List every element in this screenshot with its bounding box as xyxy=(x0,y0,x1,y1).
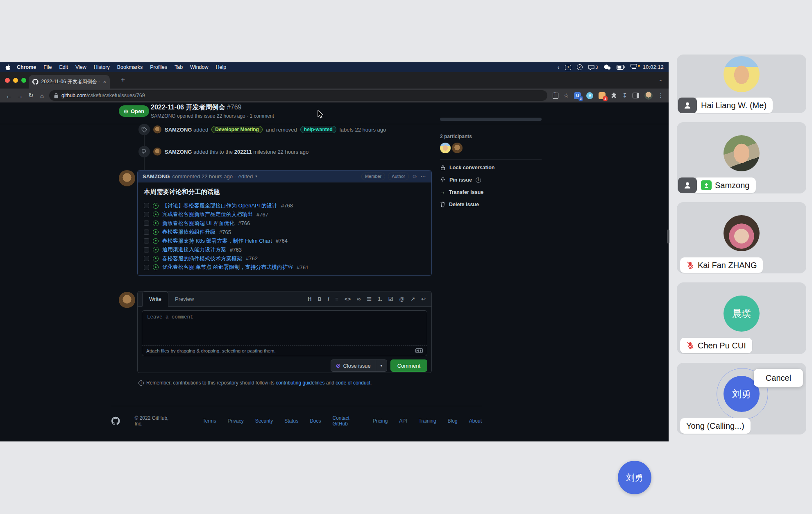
back-button[interactable]: ← xyxy=(3,92,14,99)
reload-button[interactable]: ↻ xyxy=(25,92,36,99)
close-issue-button[interactable]: ⊘Close issue ▾ xyxy=(331,359,387,372)
menu-view[interactable]: View xyxy=(72,64,90,70)
issue-link[interactable]: 优化春松客服 单节点 的部署限制，支持分布式横向扩容 xyxy=(162,264,293,271)
menu-help[interactable]: Help xyxy=(212,64,230,70)
bookmark-star-icon[interactable]: ☆ xyxy=(564,92,569,99)
menu-clock[interactable]: 10:02:12 xyxy=(643,64,664,70)
extension-v-icon[interactable]: V xyxy=(586,92,593,99)
browser-menu-icon[interactable]: ⋮ xyxy=(658,92,664,99)
minimize-window-button[interactable] xyxy=(13,78,18,83)
footer-link-privacy[interactable]: Privacy xyxy=(227,418,243,424)
avatar[interactable] xyxy=(153,148,161,156)
close-tab-icon[interactable]: × xyxy=(103,79,106,85)
apple-icon[interactable] xyxy=(5,64,11,71)
chevron-left-icon[interactable]: ‹ xyxy=(558,64,560,71)
comment-button[interactable]: Comment xyxy=(390,359,427,372)
calendar-icon[interactable]: 1 xyxy=(565,65,571,70)
tab-preview[interactable]: Preview xyxy=(168,296,200,302)
task-checkbox[interactable] xyxy=(144,265,149,270)
footer-link-blog[interactable]: Blog xyxy=(448,418,458,424)
menu-profiles[interactable]: Profiles xyxy=(146,64,171,70)
extension-shield-icon[interactable]: U3 xyxy=(574,92,581,99)
saved-replies-icon[interactable]: ↩ xyxy=(421,296,426,302)
chat-status-icon[interactable]: 3 xyxy=(588,65,598,70)
battery-icon[interactable] xyxy=(617,65,625,70)
menu-history[interactable]: History xyxy=(90,64,113,70)
window-chevron-icon[interactable]: ⌄ xyxy=(658,76,663,82)
task-checkbox[interactable] xyxy=(144,230,149,235)
share-icon[interactable] xyxy=(553,93,558,99)
edited-dropdown-icon[interactable]: ▾ xyxy=(255,174,257,178)
issue-link[interactable]: 【讨论】春松客服全部接口作为 OpenAPI 的设计 xyxy=(162,202,277,209)
participant-avatar[interactable] xyxy=(440,143,451,153)
github-logo[interactable] xyxy=(111,416,120,426)
comment-author-avatar[interactable] xyxy=(119,170,135,186)
issue-link[interactable]: 春松客服的插件模式技术方案框架 xyxy=(162,255,242,262)
footer-link-security[interactable]: Security xyxy=(255,418,273,424)
participant-avatar[interactable] xyxy=(452,143,463,153)
home-button[interactable]: ⌂ xyxy=(36,92,48,99)
transfer-issue-action[interactable]: → Transfer issue xyxy=(440,189,483,196)
code-of-conduct-link[interactable]: code of conduct xyxy=(336,380,370,386)
task-checkbox[interactable] xyxy=(144,247,149,252)
profile-avatar[interactable] xyxy=(644,91,653,100)
issue-link[interactable]: 完成春松客服新版产品定位的文档输出 xyxy=(162,211,253,218)
issue-link[interactable]: 通用渠道接入能力设计方案 xyxy=(162,246,226,253)
issue-link[interactable]: 新版春松客服前端 UI 界面优化 xyxy=(162,220,234,227)
browser-tab[interactable]: 2022-11-06 开发者周例会 · Issu × xyxy=(29,75,110,89)
label-developer-meeting[interactable]: Developer Meeting xyxy=(211,126,263,133)
heading-icon[interactable]: H xyxy=(308,296,311,302)
menu-file[interactable]: File xyxy=(40,64,55,70)
task-checkbox[interactable] xyxy=(144,256,149,261)
task-checkbox[interactable] xyxy=(144,212,149,217)
footer-link-api[interactable]: API xyxy=(399,418,407,424)
wechat-icon[interactable] xyxy=(603,64,611,70)
code-icon[interactable]: <> xyxy=(345,296,351,302)
footer-link-status[interactable]: Status xyxy=(284,418,298,424)
menu-window[interactable]: Window xyxy=(186,64,212,70)
footer-link-pricing[interactable]: Pricing xyxy=(373,418,388,424)
attach-files-bar[interactable]: Attach files by dragging & dropping, sel… xyxy=(142,345,427,356)
stage-manager-icon[interactable] xyxy=(631,64,637,71)
pin-issue-action[interactable]: Pin issue i xyxy=(440,176,481,184)
footer-link-about[interactable]: About xyxy=(469,418,482,424)
footer-link-docs[interactable]: Docs xyxy=(310,418,321,424)
delete-issue-action[interactable]: Delete issue xyxy=(440,201,479,208)
bold-icon[interactable]: B xyxy=(318,296,321,302)
current-user-avatar[interactable] xyxy=(119,292,135,308)
contributing-guidelines-link[interactable]: contributing guidelines xyxy=(276,380,324,386)
checkmark-circle-icon[interactable]: ✓ xyxy=(577,64,583,70)
close-issue-dropdown[interactable]: ▾ xyxy=(376,360,387,371)
comment-menu-icon[interactable]: ⋯ xyxy=(420,173,426,180)
footer-link-training[interactable]: Training xyxy=(419,418,436,424)
footer-link-terms[interactable]: Terms xyxy=(203,418,216,424)
floating-self-avatar[interactable]: 刘勇 xyxy=(618,461,651,494)
italic-icon[interactable]: I xyxy=(328,296,329,302)
task-checkbox[interactable] xyxy=(144,238,149,243)
menu-edit[interactable]: Edit xyxy=(55,64,72,70)
menu-tab[interactable]: Tab xyxy=(171,64,186,70)
task-checkbox[interactable] xyxy=(144,203,149,208)
cancel-call-button[interactable]: Cancel xyxy=(754,369,803,387)
sidebar-toggle-icon[interactable] xyxy=(633,93,639,98)
new-tab-button[interactable]: + xyxy=(118,75,128,85)
numbered-list-icon[interactable]: 1. xyxy=(378,296,382,302)
close-window-button[interactable] xyxy=(5,78,10,83)
maximize-window-button[interactable] xyxy=(21,78,26,83)
menu-chrome[interactable]: Chrome xyxy=(13,64,40,70)
menu-bookmarks[interactable]: Bookmarks xyxy=(113,64,147,70)
panel-resize-handle[interactable] xyxy=(667,230,669,243)
extensions-puzzle-icon[interactable] xyxy=(611,93,617,99)
issue-link[interactable]: 春松客服支持 K8s 部署方案，制作 Helm Chart xyxy=(162,237,272,245)
lock-conversation-action[interactable]: Lock conversation xyxy=(440,164,494,171)
tab-write[interactable]: Write xyxy=(142,291,168,307)
forward-button[interactable]: → xyxy=(14,92,25,99)
task-list-icon[interactable]: ☑ xyxy=(388,296,393,302)
issue-link[interactable]: 春松客服依赖组件升级 xyxy=(162,228,215,236)
comment-textarea[interactable]: Leave a comment xyxy=(142,311,427,345)
mention-icon[interactable]: @ xyxy=(399,296,405,302)
footer-link-contact[interactable]: Contact GitHub xyxy=(333,415,361,427)
link-icon[interactable]: ∞ xyxy=(357,296,361,302)
avatar[interactable] xyxy=(153,125,161,134)
quote-icon[interactable]: ≡ xyxy=(335,296,338,302)
